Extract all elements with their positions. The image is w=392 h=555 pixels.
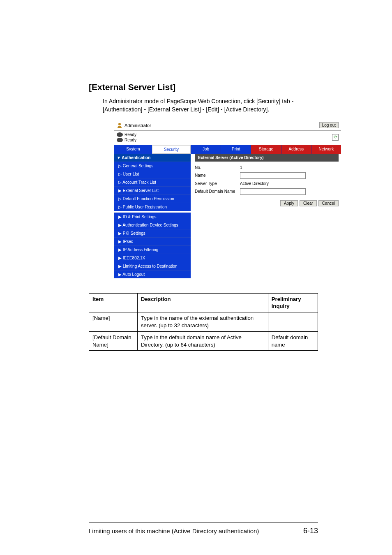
panel-title: External Server (Active Directory)	[195, 154, 339, 162]
td-description: Type in the default domain name of Activ…	[137, 331, 268, 351]
status-ready-2: Ready	[125, 138, 136, 142]
status-dot-icon	[117, 138, 123, 142]
sidebar-item-external-server[interactable]: ▶ External Server List	[114, 186, 191, 194]
description-table: Item Description Preliminary inquiry [Na…	[89, 293, 318, 351]
sidebar-item-auto-logout[interactable]: ▶ Auto Logout	[114, 270, 191, 278]
name-input[interactable]	[240, 172, 306, 179]
cancel-button[interactable]: Cancel	[318, 200, 339, 206]
footer-text: Limiting users of this machine (Active D…	[89, 527, 259, 534]
sidebar-item-ipsec[interactable]: ▶ IPsec	[114, 237, 191, 245]
tab-address[interactable]: Address	[281, 145, 311, 154]
th-description: Description	[137, 293, 268, 312]
form-label-server-type: Server Type	[195, 181, 240, 186]
form-value-no: 1	[240, 165, 339, 170]
default-domain-input[interactable]	[240, 188, 306, 195]
sidebar-item-auth-device[interactable]: ▶ Authentication Device Settings	[114, 221, 191, 229]
tab-print[interactable]: Print	[221, 145, 251, 154]
tab-system[interactable]: System	[114, 145, 152, 154]
table-row: [Default Domain Name] Type in the defaul…	[89, 331, 318, 351]
sidebar-item-general-settings[interactable]: ▷ General Settings	[114, 162, 191, 170]
td-prelim: Default domain name	[268, 331, 318, 351]
tab-security[interactable]: Security	[152, 145, 191, 154]
form-label-no: No.	[195, 165, 240, 170]
td-item: [Name]	[89, 312, 138, 332]
sidebar-header-authentication[interactable]: ▼ Authentication	[114, 154, 191, 162]
sidebar-item-account-track[interactable]: ▷ Account Track List	[114, 178, 191, 186]
sidebar-item-default-function[interactable]: ▷ Default Function Permission	[114, 194, 191, 203]
apply-button[interactable]: Apply	[280, 200, 298, 206]
sidebar-item-public-user[interactable]: ▷ Public User Registration	[114, 203, 191, 211]
form-value-server-type: Active Directory	[240, 181, 339, 186]
status-ready-1: Ready	[125, 132, 136, 137]
sidebar-item-limiting-access[interactable]: ▶ Limiting Access to Destination	[114, 262, 191, 270]
section-heading: [External Server List]	[89, 82, 318, 92]
td-item: [Default Domain Name]	[89, 331, 138, 351]
sidebar-item-id-print[interactable]: ▶ ID & Print Settings	[114, 213, 191, 221]
form-label-name: Name	[195, 173, 240, 178]
sidebar-item-ieee8021x[interactable]: ▶ IEEE802.1X	[114, 254, 191, 262]
tab-storage[interactable]: Storage	[251, 145, 281, 154]
th-prelim: Preliminary inquiry	[268, 293, 318, 312]
tab-job[interactable]: Job	[191, 145, 221, 154]
refresh-icon[interactable]: ⟳	[332, 134, 339, 141]
status-dot-icon	[117, 132, 123, 137]
admin-screenshot: Administrator Log out Ready Ready ⟳ Syst…	[114, 120, 341, 278]
sidebar-item-ip-filtering[interactable]: ▶ IP Address Filtering	[114, 245, 191, 254]
clear-button[interactable]: Clear	[300, 200, 317, 206]
page-number: 6-13	[303, 527, 318, 535]
footer-rule	[89, 523, 318, 523]
user-label: Administrator	[125, 123, 151, 128]
intro-paragraph: In Administrator mode of PageScope Web C…	[103, 97, 318, 114]
user-icon	[117, 122, 122, 129]
td-prelim	[268, 312, 318, 332]
svg-point-0	[118, 123, 121, 125]
td-description: Type in the name of the external authent…	[137, 312, 268, 332]
th-item: Item	[89, 293, 138, 312]
logout-button[interactable]: Log out	[319, 122, 339, 128]
form-label-ddn: Default Domain Name	[195, 189, 240, 194]
sidebar-item-user-list[interactable]: ▷ User List	[114, 170, 191, 178]
tab-network[interactable]: Network	[311, 145, 341, 154]
table-row: [Name] Type in the name of the external …	[89, 312, 318, 332]
sidebar-item-pki[interactable]: ▶ PKI Settings	[114, 229, 191, 237]
